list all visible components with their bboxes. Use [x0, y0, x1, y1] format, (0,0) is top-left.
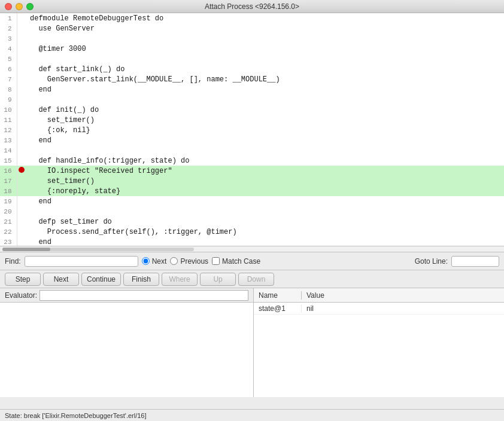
- line-code: end: [26, 84, 504, 94]
- line-gutter: [17, 135, 26, 145]
- table-row: 16 IO.inspect "Received trigger": [0, 166, 504, 176]
- table-row: 5: [0, 54, 504, 64]
- line-code: GenServer.start_link(__MODULE__, [], nam…: [26, 74, 504, 84]
- find-previous-label[interactable]: Previous: [180, 257, 208, 266]
- line-number: 19: [0, 196, 17, 206]
- line-code: @timer 3000: [26, 44, 504, 54]
- line-gutter: [17, 115, 26, 125]
- line-number: 16: [0, 166, 17, 176]
- window-title: Attach Process <9264.156.0>: [205, 2, 299, 11]
- close-button[interactable]: [5, 3, 12, 10]
- line-number: 18: [0, 186, 17, 196]
- table-row: 1defmodule RemoteDebuggerTest do: [0, 13, 504, 23]
- evaluator-input[interactable]: [40, 290, 248, 301]
- table-row: 7 GenServer.start_link(__MODULE__, [], n…: [0, 74, 504, 84]
- table-row: 19 end: [0, 196, 504, 206]
- table-row: 11 set_timer(): [0, 115, 504, 125]
- line-code: [26, 206, 504, 216]
- evaluator-label: Evaluator:: [5, 291, 37, 300]
- line-gutter: [17, 206, 26, 216]
- minimize-button[interactable]: [16, 3, 23, 10]
- line-code: IO.inspect "Received trigger": [26, 166, 504, 176]
- line-code: Process.send_after(self(), :trigger, @ti…: [26, 227, 504, 237]
- line-number: 6: [0, 64, 17, 74]
- table-row: 23 end: [0, 237, 504, 246]
- table-row: 9: [0, 94, 504, 105]
- up-button[interactable]: Up: [200, 273, 236, 286]
- find-label: Find:: [5, 257, 21, 266]
- line-number: 15: [0, 155, 17, 166]
- line-gutter: [17, 196, 26, 206]
- breakpoint-indicator: [19, 167, 25, 173]
- status-bar: State: break ['Elixir.RemoteDebuggerTest…: [0, 409, 504, 421]
- find-previous-radio[interactable]: [170, 257, 178, 265]
- line-gutter: [17, 145, 26, 155]
- line-code: defmodule RemoteDebuggerTest do: [26, 13, 504, 23]
- table-row: 15 def handle_info(:trigger, state) do: [0, 155, 504, 166]
- line-gutter: [17, 33, 26, 44]
- scroll-track[interactable]: [2, 248, 194, 251]
- table-row: 13 end: [0, 135, 504, 145]
- table-row: 22 Process.send_after(self(), :trigger, …: [0, 227, 504, 237]
- variables-panel: Name Value state@1nil: [254, 288, 504, 397]
- match-case-checkbox[interactable]: [212, 257, 220, 265]
- table-row: 4 @timer 3000: [0, 44, 504, 54]
- line-number: 8: [0, 84, 17, 94]
- line-gutter: [17, 105, 26, 115]
- line-number: 23: [0, 237, 17, 246]
- window-controls: [5, 3, 34, 10]
- find-input[interactable]: [25, 256, 138, 267]
- line-gutter: [17, 176, 26, 186]
- down-button[interactable]: Down: [238, 273, 274, 286]
- match-case-label[interactable]: Match Case: [222, 257, 260, 266]
- line-number: 13: [0, 135, 17, 145]
- line-code: [26, 145, 504, 155]
- variable-value: nil: [302, 304, 504, 313]
- evaluator-header: Evaluator:: [0, 288, 253, 303]
- next-button[interactable]: Next: [43, 273, 79, 286]
- line-code: def start_link(_) do: [26, 64, 504, 74]
- line-gutter: [17, 54, 26, 64]
- line-code: {:ok, nil}: [26, 125, 504, 135]
- status-text: State: break ['Elixir.RemoteDebuggerTest…: [5, 412, 147, 419]
- line-code: defp set_timer do: [26, 216, 504, 227]
- table-row: 6 def start_link(_) do: [0, 64, 504, 74]
- variable-row: state@1nil: [254, 303, 504, 315]
- where-button[interactable]: Where: [162, 273, 198, 286]
- goto-input[interactable]: [451, 256, 499, 267]
- horizontal-scrollbar[interactable]: [0, 246, 504, 252]
- line-number: 20: [0, 206, 17, 216]
- line-number: 10: [0, 105, 17, 115]
- finish-button[interactable]: Finish: [123, 273, 159, 286]
- table-row: 17 set_timer(): [0, 176, 504, 186]
- find-next-radio[interactable]: [142, 257, 150, 265]
- code-table: 1defmodule RemoteDebuggerTest do2 use Ge…: [0, 13, 504, 246]
- line-code: end: [26, 196, 504, 206]
- code-editor[interactable]: 1defmodule RemoteDebuggerTest do2 use Ge…: [0, 13, 504, 246]
- find-next-label[interactable]: Next: [152, 257, 167, 266]
- line-gutter: [17, 84, 26, 94]
- scroll-thumb[interactable]: [2, 248, 50, 251]
- maximize-button[interactable]: [26, 3, 34, 10]
- table-row: 20: [0, 206, 504, 216]
- line-number: 1: [0, 13, 17, 23]
- line-gutter: [17, 64, 26, 74]
- line-gutter: [17, 44, 26, 54]
- table-row: 12 {:ok, nil}: [0, 125, 504, 135]
- value-column-header: Value: [302, 291, 504, 300]
- line-code: {:noreply, state}: [26, 186, 504, 196]
- line-gutter: [17, 216, 26, 227]
- table-row: 18 {:noreply, state}: [0, 186, 504, 196]
- debug-toolbar: Step Next Continue Finish Where Up Down: [0, 270, 504, 288]
- line-number: 14: [0, 145, 17, 155]
- continue-button[interactable]: Continue: [81, 273, 121, 286]
- find-bar: Find: Next Previous Match Case Goto Line…: [0, 252, 504, 270]
- step-button[interactable]: Step: [5, 273, 41, 286]
- titlebar: Attach Process <9264.156.0>: [0, 0, 504, 13]
- line-code: set_timer(): [26, 176, 504, 186]
- line-number: 12: [0, 125, 17, 135]
- line-gutter: [17, 125, 26, 135]
- table-row: 10 def init(_) do: [0, 105, 504, 115]
- line-number: 3: [0, 33, 17, 44]
- line-number: 5: [0, 54, 17, 64]
